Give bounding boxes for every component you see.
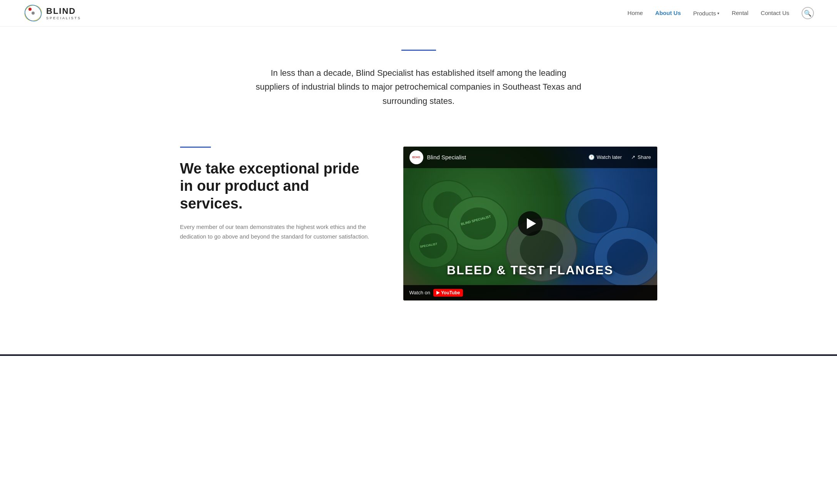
nav-link-products[interactable]: Products ▾	[693, 10, 719, 17]
play-button[interactable]	[518, 211, 543, 236]
channel-name: Blind Specialist	[427, 154, 466, 160]
svg-point-11	[578, 199, 617, 233]
logo-sub: SPECIALISTS	[46, 16, 81, 20]
nav-link-contact[interactable]: Contact Us	[761, 10, 789, 16]
left-content: We take exceptional pride in our product…	[180, 147, 373, 242]
nav-item-products[interactable]: Products ▾	[693, 10, 719, 17]
youtube-logo: YouTube	[433, 289, 463, 297]
logo-brand: BLIND	[46, 6, 81, 16]
video-actions: 🕐 Watch later ↗ Share	[588, 154, 651, 160]
channel-logo: ECHO	[409, 150, 423, 164]
nav-item-home[interactable]: Home	[628, 10, 643, 17]
video-container[interactable]: ECHO Blind Specialist 🕐 Watch later ↗ Sh…	[403, 147, 657, 300]
svg-point-2	[28, 8, 32, 11]
video-bottom-bar: Watch on YouTube	[403, 285, 657, 300]
nav-link-about[interactable]: About Us	[655, 10, 681, 16]
nav-link-home[interactable]: Home	[628, 10, 643, 16]
nav-link-rental[interactable]: Rental	[732, 10, 748, 16]
bottom-border	[0, 354, 837, 356]
logo-icon	[23, 5, 43, 22]
nav-item-about[interactable]: About Us	[655, 10, 681, 17]
logo[interactable]: BLIND SPECIALISTS	[23, 5, 81, 22]
video-thumbnail[interactable]: BLIND SPECIALIST SPECIALIST BLEED & TEST…	[403, 147, 657, 300]
nav-links: Home About Us Products ▾ Rental Contact …	[628, 7, 814, 19]
clock-icon: 🕐	[588, 154, 595, 160]
hero-section: In less than a decade, Blind Specialist …	[246, 27, 592, 139]
content-section: We take exceptional pride in our product…	[149, 139, 688, 331]
share-icon: ↗	[631, 154, 635, 160]
svg-point-3	[32, 12, 35, 15]
nav-item-contact[interactable]: Contact Us	[761, 10, 789, 17]
hero-text: In less than a decade, Blind Specialist …	[253, 66, 584, 108]
channel-info: ECHO Blind Specialist	[409, 150, 466, 164]
youtube-play-icon	[436, 291, 440, 295]
section-divider	[180, 147, 211, 148]
chevron-down-icon: ▾	[717, 11, 719, 15]
navigation: BLIND SPECIALISTS Home About Us Products…	[0, 0, 837, 27]
video-top-bar: ECHO Blind Specialist 🕐 Watch later ↗ Sh…	[403, 147, 657, 168]
hero-divider	[401, 50, 436, 51]
section-heading: We take exceptional pride in our product…	[180, 160, 373, 213]
search-button[interactable]: 🔍	[802, 7, 814, 19]
play-icon	[527, 218, 536, 229]
share-button[interactable]: ↗ Share	[631, 154, 651, 160]
search-icon: 🔍	[804, 10, 812, 17]
video-overlay-text: BLEED & TEST FLANGES	[403, 263, 657, 277]
nav-item-rental[interactable]: Rental	[732, 10, 748, 17]
section-body: Every member of our team demonstrates th…	[180, 222, 373, 242]
watch-later-button[interactable]: 🕐 Watch later	[588, 154, 622, 160]
watch-on-youtube[interactable]: Watch on YouTube	[409, 289, 463, 297]
right-content: ECHO Blind Specialist 🕐 Watch later ↗ Sh…	[403, 147, 657, 300]
